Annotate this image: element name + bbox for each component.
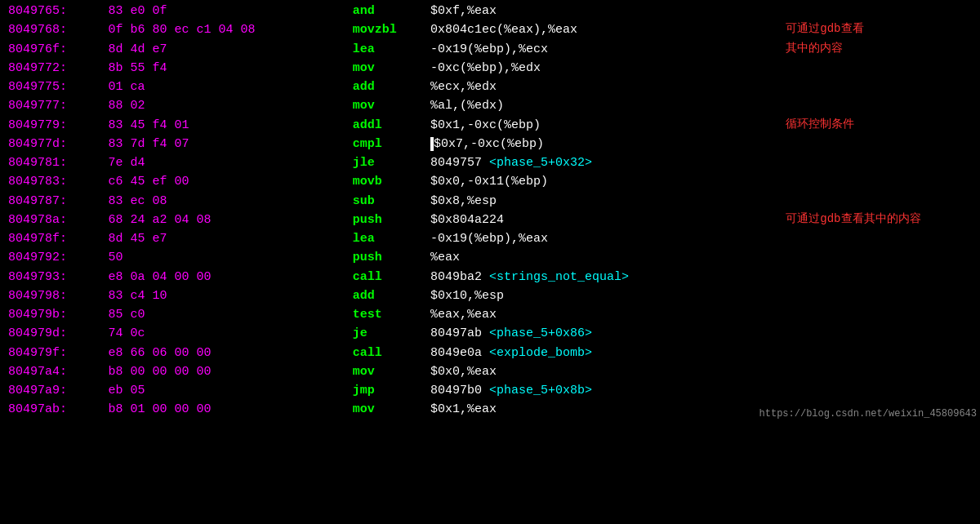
angle-content: strings_not_equal [497, 270, 621, 284]
asm-bytes: 85 c0 [105, 305, 349, 324]
table-row: 80497a9:eb 05jmp80497b0 <phase_5+0x8b> [5, 381, 975, 400]
asm-operands: 8049ba2 <strings_not_equal> [427, 268, 782, 286]
table-row: 804979b:85 c0test%eax,%eax [5, 305, 975, 324]
asm-operands: $0xf,%eax [427, 2, 782, 20]
asm-mnemonic: movzbl [350, 20, 427, 39]
asm-address: 8049775: [5, 78, 105, 96]
asm-operands: $0x1,-0xc(%ebp) [427, 116, 782, 135]
angle-content: phase_5+0x8b [497, 384, 585, 397]
asm-bytes: 83 45 f4 01 [105, 116, 349, 135]
asm-bytes: b8 01 00 00 00 [105, 400, 349, 419]
table-row: 804978a:68 24 a2 04 08push$0x804a224可通过g… [5, 211, 975, 229]
asm-operands: -0x19(%ebp),%eax [427, 229, 782, 248]
asm-address: 804979b: [5, 305, 105, 324]
asm-bytes: 7e d4 [105, 153, 349, 172]
asm-operands: %eax [427, 248, 782, 267]
table-row: 8049787:83 ec 08sub$0x8,%esp [5, 192, 975, 211]
asm-bytes: 74 0c [105, 324, 349, 343]
asm-address: 804977d: [5, 135, 105, 153]
url-bar: https://blog.csdn.net/weixin_45809643 [760, 408, 977, 420]
asm-operands: $0x0,%eax [427, 362, 782, 381]
asm-address: 804979f: [5, 344, 105, 362]
asm-address: 8049765: [5, 2, 105, 20]
table-row: 8049775:01 caadd%ecx,%edx [5, 78, 975, 96]
asm-bytes: 0f b6 80 ec c1 04 08 [105, 20, 349, 39]
cursor-block [430, 137, 434, 151]
table-row: 80497a4:b8 00 00 00 00mov$0x0,%eax [5, 362, 975, 381]
asm-mnemonic: movb [350, 172, 427, 191]
asm-bytes: 8d 4d e7 [105, 40, 349, 59]
asm-address: 80497a4: [5, 362, 105, 381]
asm-mnemonic: add [350, 78, 427, 96]
asm-operands: 80497ab <phase_5+0x86> [427, 324, 782, 343]
asm-address: 804978f: [5, 229, 105, 248]
angle-bracket-open: < [489, 346, 497, 360]
asm-address: 804979d: [5, 324, 105, 343]
asm-operands: 8049757 <phase_5+0x32> [427, 153, 782, 172]
asm-bytes: 50 [105, 248, 349, 267]
asm-operands: $0x10,%esp [427, 286, 782, 305]
asm-mnemonic: mov [350, 362, 427, 381]
table-row: 804977d:83 7d f4 07cmpl $0x7,-0xc(%ebp) [5, 135, 975, 153]
asm-address: 8049779: [5, 116, 105, 135]
asm-address: 804978a: [5, 211, 105, 229]
angle-bracket-open: < [489, 384, 497, 397]
asm-note: 可通过gdb查看其中的内容 [782, 211, 975, 229]
table-row: 8049781:7e d4jle8049757 <phase_5+0x32> [5, 153, 975, 172]
asm-bytes: 83 e0 0f [105, 2, 349, 20]
table-row: 804978f:8d 45 e7lea-0x19(%ebp),%eax [5, 229, 975, 248]
asm-operands: $0x804a224 [427, 211, 782, 229]
asm-address: 804976f: [5, 40, 105, 59]
angle-bracket-close: > [585, 326, 592, 340]
asm-mnemonic: call [350, 344, 427, 362]
table-row: 8049783:c6 45 ef 00movb$0x0,-0x11(%ebp) [5, 172, 975, 191]
angle-content: phase_5+0x32 [497, 156, 585, 170]
asm-mnemonic: addl [350, 116, 427, 135]
asm-address: 80497ab: [5, 400, 105, 419]
asm-note: 可通过gdb查看 [782, 20, 975, 39]
table-row: 8049798:83 c4 10add$0x10,%esp [5, 286, 975, 305]
asm-bytes: eb 05 [105, 381, 349, 400]
asm-bytes: c6 45 ef 00 [105, 172, 349, 191]
table-row: 804979f:e8 66 06 00 00call8049e0a <explo… [5, 344, 975, 362]
asm-mnemonic: push [350, 211, 427, 229]
asm-mnemonic: test [350, 305, 427, 324]
table-row: 8049765:83 e0 0fand$0xf,%eax [5, 2, 975, 20]
angle-bracket-close: > [621, 270, 629, 284]
asm-operands: $0x0,-0x11(%ebp) [427, 172, 782, 191]
table-row: 804976f:8d 4d e7lea-0x19(%ebp),%ecx其中的内容 [5, 40, 975, 59]
asm-operands: -0x19(%ebp),%ecx [427, 40, 782, 59]
angle-bracket-close: > [585, 384, 592, 397]
asm-operands: $0x8,%esp [427, 192, 782, 211]
asm-bytes: 88 02 [105, 96, 349, 115]
table-row: 8049792:50push%eax [5, 248, 975, 267]
angle-bracket-close: > [585, 156, 592, 170]
asm-bytes: 01 ca [105, 78, 349, 96]
angle-bracket-close: > [585, 346, 592, 360]
asm-mnemonic: push [350, 248, 427, 267]
asm-operands: -0xc(%ebp),%edx [427, 59, 782, 78]
angle-content: phase_5+0x86 [497, 326, 585, 340]
angle-bracket-open: < [489, 326, 497, 340]
angle-bracket-open: < [489, 156, 497, 170]
asm-note: 其中的内容 [782, 40, 975, 59]
asm-mnemonic: add [350, 286, 427, 305]
asm-address: 8049792: [5, 248, 105, 267]
asm-address: 8049781: [5, 153, 105, 172]
asm-operands: 8049e0a <explode_bomb> [427, 344, 782, 362]
asm-address: 8049798: [5, 286, 105, 305]
asm-bytes: e8 0a 04 00 00 [105, 268, 349, 286]
asm-operands: $0x1,%eax [427, 400, 782, 419]
angle-content: explode_bomb [497, 346, 585, 360]
asm-operands: 0x804c1ec(%eax),%eax [427, 20, 782, 39]
asm-operands: %eax,%eax [427, 305, 782, 324]
asm-table: 8049765:83 e0 0fand$0xf,%eax8049768:0f b… [5, 2, 975, 420]
asm-mnemonic: and [350, 2, 427, 20]
angle-bracket-open: < [489, 270, 497, 284]
asm-operands: %ecx,%edx [427, 78, 782, 96]
disassembly-container: 8049765:83 e0 0fand$0xf,%eax8049768:0f b… [0, 0, 980, 421]
asm-mnemonic: jle [350, 153, 427, 172]
asm-mnemonic: mov [350, 59, 427, 78]
asm-note: 循环控制条件 [782, 116, 975, 135]
asm-bytes: b8 00 00 00 00 [105, 362, 349, 381]
